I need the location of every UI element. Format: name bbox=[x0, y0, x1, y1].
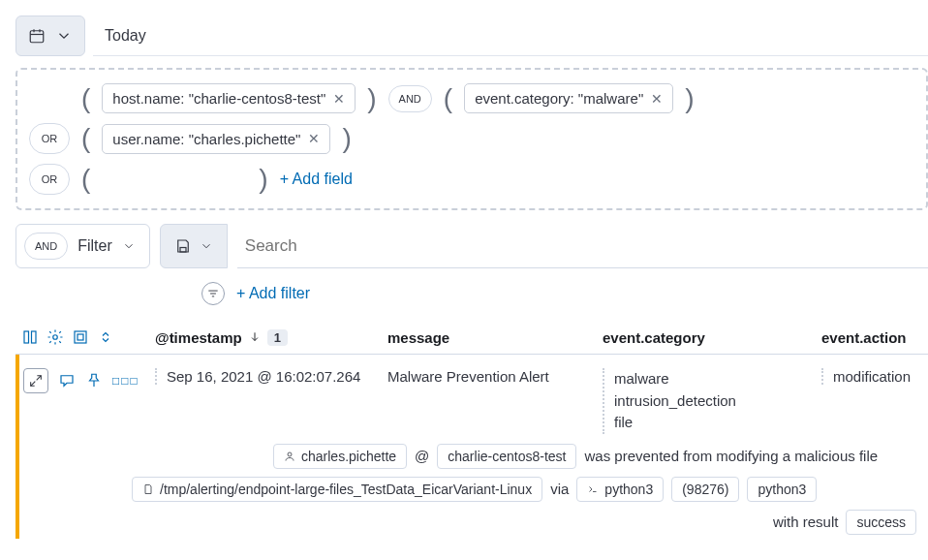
pid-tag[interactable]: (98276) bbox=[671, 477, 739, 502]
paren-open: ( bbox=[79, 125, 92, 152]
date-picker-button[interactable] bbox=[15, 16, 85, 56]
paren-close: ) bbox=[683, 85, 696, 112]
comment-icon[interactable] bbox=[58, 372, 76, 389]
filter-operator-dropdown[interactable]: AND Filter bbox=[15, 224, 150, 268]
column-header-category[interactable]: event.category bbox=[603, 329, 821, 346]
cell-timestamp: Sep 16, 2021 @ 16:02:07.264 bbox=[155, 368, 387, 385]
empty-filter-slot[interactable] bbox=[102, 164, 247, 195]
chevron-down-icon bbox=[200, 239, 213, 253]
chip-label: user.name: "charles.pichette" bbox=[112, 131, 300, 147]
operator-and[interactable]: AND bbox=[388, 85, 432, 112]
svg-rect-11 bbox=[75, 331, 86, 343]
pin-icon[interactable] bbox=[85, 372, 103, 389]
filter-chip-user[interactable]: user.name: "charles.pichette" ✕ bbox=[102, 124, 330, 154]
add-field-button[interactable]: + Add field bbox=[280, 171, 353, 188]
more-icon[interactable]: □□□ bbox=[112, 374, 139, 388]
search-input[interactable] bbox=[237, 229, 928, 264]
svg-rect-12 bbox=[77, 334, 83, 340]
file-path-tag[interactable]: /tmp/alerting/endpoint-large-files_TestD… bbox=[132, 477, 542, 502]
filter-chip-host[interactable]: host.name: "charlie-centos8-test" ✕ bbox=[102, 83, 356, 113]
file-icon bbox=[142, 483, 154, 495]
column-header-message[interactable]: message bbox=[387, 329, 603, 346]
column-header-action[interactable]: event.action bbox=[821, 329, 928, 346]
fullscreen-icon[interactable] bbox=[72, 328, 89, 346]
filter-chip-category[interactable]: event.category: "malware" ✕ bbox=[464, 83, 673, 113]
columns-icon[interactable] bbox=[21, 328, 39, 346]
operator-or[interactable]: OR bbox=[29, 164, 70, 195]
cell-message: Malware Prevention Alert bbox=[387, 368, 603, 385]
saved-query-button[interactable] bbox=[160, 224, 228, 268]
paren-open: ( bbox=[442, 85, 454, 112]
save-icon bbox=[174, 237, 192, 255]
date-range-label[interactable]: Today bbox=[93, 16, 928, 56]
operator-and: AND bbox=[24, 233, 68, 260]
query-builder: ( host.name: "charlie-centos8-test" ✕ ) … bbox=[15, 68, 928, 210]
user-tag[interactable]: charles.pichette bbox=[273, 444, 407, 469]
chevron-down-icon bbox=[122, 239, 136, 253]
chip-label: host.name: "charlie-centos8-test" bbox=[112, 90, 325, 107]
sort-badge: 1 bbox=[267, 329, 288, 346]
cell-category: malware intrusion_detection file bbox=[603, 368, 821, 434]
svg-line-15 bbox=[31, 382, 36, 387]
filter-label: Filter bbox=[77, 237, 112, 255]
paren-close: ) bbox=[340, 125, 353, 152]
column-header-timestamp[interactable]: @timestamp 1 bbox=[155, 329, 387, 346]
cell-action: modification bbox=[821, 368, 928, 385]
paren-open: ( bbox=[79, 85, 92, 112]
result-tag[interactable]: success bbox=[846, 510, 916, 535]
sort-icon[interactable] bbox=[97, 328, 114, 346]
arrow-down-icon bbox=[248, 330, 262, 344]
paren-close: ) bbox=[257, 166, 269, 193]
svg-rect-9 bbox=[32, 331, 37, 343]
svg-point-10 bbox=[53, 335, 58, 340]
host-tag[interactable]: charlie-centos8-test bbox=[437, 444, 576, 469]
svg-rect-0 bbox=[30, 31, 44, 43]
gear-icon[interactable] bbox=[46, 328, 64, 346]
close-icon[interactable]: ✕ bbox=[651, 91, 663, 107]
paren-close: ) bbox=[365, 85, 378, 112]
process-tag[interactable]: python3 bbox=[576, 477, 664, 502]
filter-options-icon[interactable] bbox=[201, 282, 225, 305]
paren-open: ( bbox=[79, 166, 92, 193]
calendar-icon bbox=[28, 27, 46, 45]
expand-icon[interactable] bbox=[23, 368, 48, 393]
operator-or[interactable]: OR bbox=[29, 123, 70, 154]
chip-label: event.category: "malware" bbox=[475, 90, 643, 107]
svg-point-16 bbox=[288, 452, 292, 456]
close-icon[interactable]: ✕ bbox=[333, 91, 345, 107]
chevron-down-icon bbox=[55, 27, 73, 45]
table-header: @timestamp 1 message event.category even… bbox=[15, 321, 928, 355]
svg-rect-4 bbox=[180, 248, 186, 253]
terminal-icon bbox=[587, 483, 599, 495]
svg-rect-8 bbox=[24, 331, 29, 343]
process-tag[interactable]: python3 bbox=[747, 477, 817, 502]
add-filter-button[interactable]: + Add filter bbox=[236, 285, 310, 302]
table-row: □□□ Sep 16, 2021 @ 16:02:07.264 Malware … bbox=[15, 355, 928, 539]
close-icon[interactable]: ✕ bbox=[308, 131, 320, 146]
user-icon bbox=[284, 451, 295, 462]
svg-line-14 bbox=[37, 376, 42, 381]
